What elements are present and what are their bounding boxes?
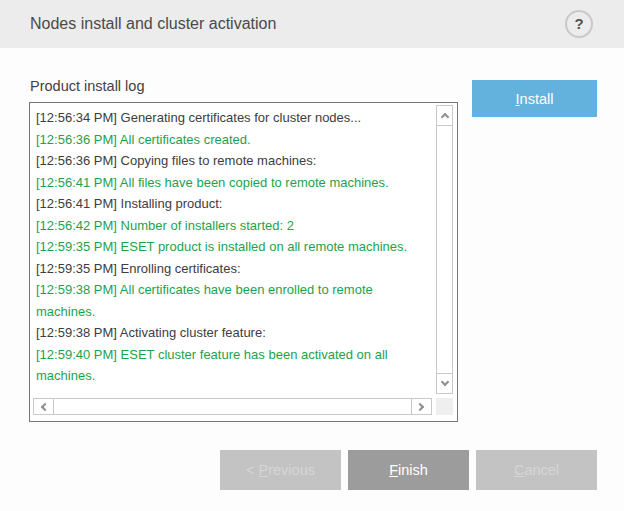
scroll-down-button[interactable] (437, 373, 452, 393)
log-entry: [12:59:35 PM] Enrolling certificates: (36, 258, 435, 280)
log-entry: [12:59:40 PM] ESET cluster feature has b… (36, 344, 435, 387)
wizard-dialog: Nodes install and cluster activation ? P… (0, 0, 624, 511)
title-bar: Nodes install and cluster activation ? (0, 0, 624, 48)
page-title: Nodes install and cluster activation (30, 0, 276, 48)
install-button[interactable]: Install (472, 80, 597, 117)
finish-button[interactable]: Finish (348, 450, 469, 490)
log-entry: [12:56:41 PM] Installing product: (36, 193, 435, 215)
scrollbar-corner (436, 398, 453, 415)
log-entry: [12:56:41 PM] All files have been copied… (36, 172, 435, 194)
scroll-right-button[interactable] (411, 399, 431, 414)
log-entry: [12:56:42 PM] Number of installers start… (36, 215, 435, 237)
question-mark-icon: ? (574, 15, 583, 32)
chevron-left-icon (41, 402, 49, 410)
cancel-button[interactable]: Cancel (476, 450, 597, 490)
vertical-scrollbar[interactable] (436, 105, 453, 394)
log-entry: [12:59:38 PM] All certificates have been… (36, 279, 435, 322)
log-text: [12:56:34 PM] Generating certificates fo… (36, 107, 435, 387)
log-entry: [12:56:36 PM] All certificates created. (36, 129, 435, 151)
chevron-right-icon (416, 402, 424, 410)
log-entry: [12:59:38 PM] Activating cluster feature… (36, 322, 435, 344)
product-install-log-box: [12:56:34 PM] Generating certificates fo… (29, 102, 458, 422)
scroll-up-button[interactable] (437, 106, 452, 126)
log-entry: [12:56:36 PM] Copying files to remote ma… (36, 150, 435, 172)
help-button[interactable]: ? (565, 10, 593, 38)
previous-button[interactable]: < Previous (220, 450, 341, 490)
log-entry: [12:56:34 PM] Generating certificates fo… (36, 107, 435, 129)
chevron-up-icon (440, 113, 448, 121)
log-entry: [12:59:35 PM] ESET product is installed … (36, 236, 435, 258)
log-section-label: Product install log (30, 78, 144, 94)
scroll-left-button[interactable] (34, 399, 54, 414)
chevron-down-icon (440, 378, 448, 386)
horizontal-scrollbar[interactable] (33, 398, 432, 415)
